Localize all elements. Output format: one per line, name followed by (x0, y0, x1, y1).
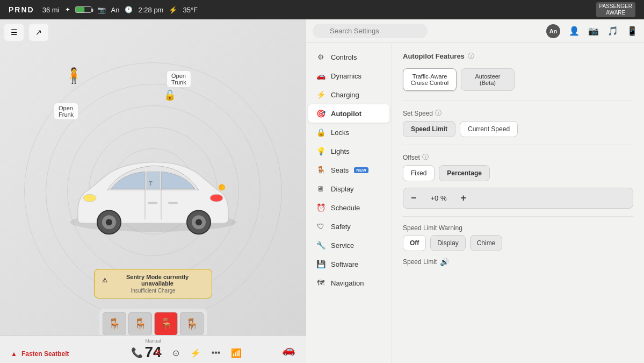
passenger-badge: PASSENGERAWARE (596, 2, 636, 17)
sidebar-item-service[interactable]: 🔧 Service (308, 236, 389, 254)
set-speed-info-icon[interactable]: ⓘ (435, 109, 442, 118)
sidebar-item-dynamics[interactable]: 🚗 Dynamics (308, 67, 389, 85)
left-panel: ☰ ↗ 🧍 OpenFrunk OpenTrunk 🔓 (0, 19, 306, 363)
sidebar-item-software[interactable]: 💾 Software (308, 255, 389, 273)
dynamics-label: Dynamics (331, 72, 361, 80)
offset-decrease-button[interactable]: − (403, 188, 424, 208)
safety-label: Safety (331, 223, 351, 231)
svg-point-5 (83, 194, 96, 202)
seat-front-left[interactable]: 🪑 (103, 312, 126, 336)
wifi-button[interactable]: 📶 (231, 348, 242, 358)
set-speed-row: Speed Limit Current Speed (403, 121, 633, 137)
settings-main: Autopilot Features ⓘ Traffic-AwareCruise… (392, 43, 644, 363)
svg-point-9 (106, 219, 112, 225)
svg-point-6 (210, 194, 223, 202)
autopilot-icon: 🎯 (316, 109, 325, 118)
service-label: Service (331, 241, 354, 250)
percentage-offset-button[interactable]: Percentage (439, 165, 490, 181)
seat-front-right[interactable]: 🪑 (128, 312, 152, 336)
warning-display-button[interactable]: Display (430, 235, 465, 251)
open-frunk-button[interactable]: OpenFrunk (54, 103, 78, 120)
autosteer-button[interactable]: Autosteer(Beta) (461, 68, 515, 91)
menu-button[interactable]: ☰ (4, 24, 24, 41)
svg-point-12 (196, 219, 202, 225)
sidebar-item-schedule[interactable]: ⏰ Schedule (308, 198, 389, 217)
temp-display: 35°F (183, 6, 198, 14)
sidebar-item-safety[interactable]: 🛡 Safety (308, 217, 389, 236)
seat-selector: 🪑 🪑 🪑 🪑 (99, 309, 207, 339)
dynamics-icon: 🚗 (316, 72, 325, 80)
svg-text:T: T (149, 180, 153, 187)
car-icon-btn[interactable]: 🚗 (282, 343, 295, 356)
current-speed-button[interactable]: Current Speed (460, 121, 518, 137)
person-icon-btn[interactable]: 👤 (569, 26, 580, 36)
set-speed-label-row: Set Speed ⓘ (403, 109, 633, 118)
lights-label: Lights (331, 147, 350, 155)
sidebar-item-locks[interactable]: 🔒 Locks (308, 123, 389, 141)
prnd-display: PRND (9, 5, 34, 14)
main-content: ☰ ↗ 🧍 OpenFrunk OpenTrunk 🔓 (0, 19, 644, 363)
camera-button[interactable]: ⊙ (172, 348, 179, 358)
manual-label: Manual (145, 338, 161, 344)
safety-icon: 🛡 (316, 222, 325, 231)
user-avatar[interactable]: An (546, 24, 560, 38)
autopilot-features-title: Autopilot Features (403, 52, 465, 60)
warning-chime-button[interactable]: Chime (470, 235, 503, 251)
open-frunk-label: OpenFrunk (59, 105, 74, 118)
sidebar-item-charging[interactable]: ⚡ Charging (308, 86, 389, 104)
car-visualization: ⚡ T (62, 147, 244, 246)
sidebar-item-navigation[interactable]: 🗺 Navigation (308, 274, 389, 292)
close-call-button[interactable]: ✕ (154, 347, 162, 359)
offset-stepper: − +0 % + (403, 188, 633, 209)
search-input[interactable] (313, 24, 428, 38)
sidebar-item-display[interactable]: 🖥 Display (308, 180, 389, 198)
lock-icon: 🔓 (164, 89, 176, 101)
route-button[interactable]: ↗ (29, 24, 48, 41)
offset-increase-button[interactable]: + (453, 188, 474, 208)
user-status: An (111, 6, 120, 14)
offset-info-icon[interactable]: ⓘ (422, 153, 429, 162)
warning-off-button[interactable]: Off (403, 235, 426, 251)
weather-icon: ⚡ (169, 6, 177, 14)
phone-button[interactable]: 📞 (131, 347, 143, 359)
tacc-button[interactable]: Traffic-AwareCruise Control (403, 68, 457, 91)
charging-icon: ⚡ (316, 90, 325, 99)
open-trunk-button[interactable]: OpenTrunk (167, 70, 191, 88)
offset-value: +0 % (424, 194, 453, 202)
sidebar-item-controls[interactable]: ⚙ Controls (308, 48, 389, 66)
autopilot-label: Autopilot (331, 110, 361, 118)
sidebar-item-seats[interactable]: 🪑 Seats NEW (308, 161, 389, 179)
speed-limit-button[interactable]: Speed Limit (403, 121, 455, 137)
camera-header-btn[interactable]: 📷 (588, 26, 599, 36)
music-header-btn[interactable]: 🎵 (607, 26, 618, 36)
seatbelt-warning-icon: 🧍 (64, 67, 83, 84)
bluetooth-button[interactable]: ⚡ (190, 348, 201, 358)
divider-1 (403, 101, 633, 101)
autopilot-features-title-row: Autopilot Features ⓘ (403, 52, 633, 61)
sidebar-item-lights[interactable]: 💡 Lights (308, 142, 389, 160)
offset-type-row: Fixed Percentage (403, 165, 633, 181)
navigation-label: Navigation (331, 279, 364, 287)
fixed-offset-button[interactable]: Fixed (403, 165, 435, 181)
phone-header-btn[interactable]: 📱 (627, 26, 638, 36)
schedule-icon: ⏰ (316, 203, 325, 212)
seats-new-badge: NEW (354, 167, 368, 173)
svg-text:⚡: ⚡ (220, 185, 226, 190)
speed-limit-warning-label: Speed Limit Warning (403, 224, 462, 232)
charging-label: Charging (331, 91, 359, 99)
autopilot-info-icon[interactable]: ⓘ (468, 52, 474, 61)
sidebar-item-autopilot[interactable]: 🎯 Autopilot (308, 104, 389, 123)
seat-rear-left[interactable]: 🪑 (154, 312, 178, 336)
bottom-icons: 🚗 (282, 343, 295, 356)
right-panel: 🔍 An 👤 📷 🎵 📱 ⚙ Controls 🚗 (306, 19, 644, 363)
offset-label: Offset (403, 154, 420, 161)
sentry-warning: ⚠ Sentry Mode currently unavailable Insu… (94, 269, 212, 298)
camera-icon: 📷 (97, 6, 106, 14)
svg-rect-3 (148, 202, 157, 204)
svg-rect-4 (168, 202, 178, 204)
range-display: 36 mi (42, 6, 60, 14)
seat-rear-right[interactable]: 🪑 (180, 312, 204, 336)
navigation-icon: 🗺 (316, 279, 325, 287)
sentry-warning-title: ⚠ Sentry Mode currently unavailable (102, 274, 204, 287)
more-options-button[interactable]: ••• (212, 348, 221, 358)
